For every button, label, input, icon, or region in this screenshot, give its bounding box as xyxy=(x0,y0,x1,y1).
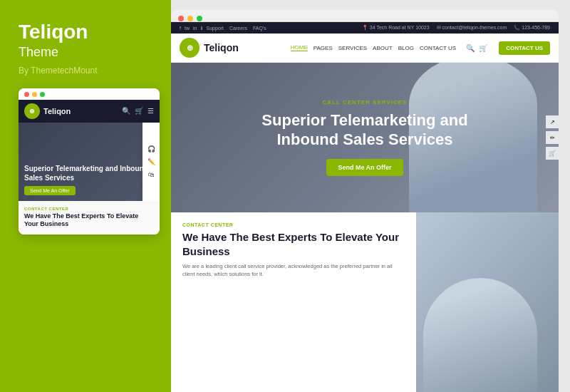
mobile-top-bar xyxy=(19,88,160,100)
mobile-bottom: CONTACT CENTER We Have The Best Experts … xyxy=(19,201,160,234)
hero-content: CALL CENTER SERVICES Superior Telemarket… xyxy=(229,99,500,176)
theme-author: By ThemetechMount xyxy=(19,66,157,76)
browser-dot-yellow xyxy=(187,16,193,21)
facebook-icon[interactable]: f xyxy=(180,26,181,31)
menu-contact[interactable]: CONTACT US xyxy=(420,45,456,51)
mobile-dot-red xyxy=(24,92,29,97)
mobile-logo: ⊕ Teliqon xyxy=(24,103,71,119)
mobile-mockup: ⊕ Teliqon 🔍 🛒 ☰ Superior Telemarketing a… xyxy=(19,88,160,234)
browser-dot-green xyxy=(197,16,202,21)
right-panel: f tw in li Support Careers FAQ's 📍 34 Te… xyxy=(171,0,570,392)
website-menu: HOME PAGES SERVICES ABOUT BLOG CONTACT U… xyxy=(291,41,550,55)
nav-cart-icon[interactable]: 🛒 xyxy=(479,44,487,52)
support-link[interactable]: Support xyxy=(207,26,224,31)
hero-title: Superior Telemarketing and Inbound Sales… xyxy=(229,111,500,149)
twitter-icon[interactable]: tw xyxy=(185,26,190,31)
hero-cta-button[interactable]: Send Me An Offer xyxy=(326,159,403,176)
mobile-dot-yellow xyxy=(32,92,37,97)
menu-services[interactable]: SERVICES xyxy=(338,45,367,51)
contact-label: CONTACT CENTER xyxy=(182,222,405,227)
left-panel: Teliqon Theme By ThemetechMount ⊕ Teliqo… xyxy=(0,0,171,392)
linkedin-icon[interactable]: li xyxy=(200,26,202,31)
mobile-dot-green xyxy=(40,92,45,97)
menu-home[interactable]: HOME xyxy=(291,44,308,51)
hero-share-icon[interactable]: ↗ xyxy=(546,115,559,128)
careers-link[interactable]: Careers xyxy=(229,26,247,31)
mobile-nav: ⊕ Teliqon 🔍 🛒 ☰ xyxy=(19,100,160,123)
website-hero: CALL CENTER SERVICES Superior Telemarket… xyxy=(171,63,559,212)
website-logo: ⊕ Teliqon xyxy=(180,38,239,58)
instagram-icon[interactable]: in xyxy=(193,26,197,31)
mobile-hero-title: Superior Telemarketing and Inbound Sales… xyxy=(24,164,154,182)
contact-desc: We are a leading client call service pro… xyxy=(182,262,405,279)
mobile-logo-text: Teliqon xyxy=(43,107,71,115)
browser-chrome xyxy=(171,10,559,22)
website-nav: ⊕ Teliqon HOME PAGES SERVICES ABOUT BLOG… xyxy=(171,33,559,63)
contact-title: We Have The Best Experts To Elevate Your… xyxy=(182,230,405,258)
mobile-contact-label: CONTACT CENTER xyxy=(24,207,154,211)
mobile-hero: Superior Telemarketing and Inbound Sales… xyxy=(19,123,160,201)
mobile-nav-icons: 🔍 🛒 ☰ xyxy=(122,107,154,115)
mobile-hero-button[interactable]: Send Me An Offer xyxy=(24,186,76,195)
theme-title: Teliqon Theme By ThemetechMount xyxy=(19,21,157,76)
nav-icons: 🔍 🛒 xyxy=(466,44,487,52)
mobile-hero-content: Superior Telemarketing and Inbound Sales… xyxy=(24,164,154,195)
right-person-image xyxy=(416,212,559,392)
menu-about[interactable]: ABOUT xyxy=(373,45,393,51)
mobile-menu-icon[interactable]: ☰ xyxy=(147,107,154,115)
right-person-shape xyxy=(423,278,537,392)
hero-category: CALL CENTER SERVICES xyxy=(229,99,500,105)
mobile-headset-icon[interactable]: 🎧 xyxy=(147,145,155,153)
mobile-edit-icon[interactable]: ✏️ xyxy=(147,158,155,165)
mobile-side-panel: 🎧 ✏️ 🛍 xyxy=(142,123,160,201)
menu-pages[interactable]: PAGES xyxy=(314,45,333,51)
theme-name: Teliqon xyxy=(19,21,157,43)
menu-blog[interactable]: BLOG xyxy=(398,45,414,51)
bottom-left: CONTACT CENTER We Have The Best Experts … xyxy=(171,212,416,392)
website-bottom: CONTACT CENTER We Have The Best Experts … xyxy=(171,212,559,392)
topbar-socials: f tw in li Support Careers FAQ's xyxy=(180,26,266,31)
mobile-bag-icon[interactable]: 🛍 xyxy=(148,171,155,178)
theme-subtitle: Theme xyxy=(19,45,157,60)
mobile-search-icon[interactable]: 🔍 xyxy=(122,107,130,115)
website-logo-text: Teliqon xyxy=(204,42,239,53)
website-logo-icon: ⊕ xyxy=(180,38,200,58)
faq-link[interactable]: FAQ's xyxy=(253,26,266,31)
topbar-address: 📍 34 Tech Road at NY 10023 xyxy=(362,25,430,31)
topbar-phone: 📞 123-456-789 xyxy=(514,25,550,31)
website-container: f tw in li Support Careers FAQ's 📍 34 Te… xyxy=(171,22,559,392)
bottom-right-image xyxy=(416,212,559,392)
topbar-info: 📍 34 Tech Road at NY 10023 ✉ contact@tel… xyxy=(362,25,550,31)
browser-dot-red xyxy=(178,16,184,21)
topbar-links: Support Careers FAQ's xyxy=(207,26,266,31)
hero-side-buttons: ↗ ✏ 🛒 xyxy=(546,115,559,160)
website-topbar: f tw in li Support Careers FAQ's 📍 34 Te… xyxy=(171,22,559,33)
topbar-email: ✉ contact@teliqon-themes.com xyxy=(437,25,507,31)
hero-edit-icon[interactable]: ✏ xyxy=(546,131,559,144)
nav-cta-button[interactable]: CONTACT US xyxy=(499,41,550,55)
nav-search-icon[interactable]: 🔍 xyxy=(466,44,475,52)
mobile-logo-icon: ⊕ xyxy=(24,103,40,119)
mobile-contact-title: We Have The Best Experts To Elevate Your… xyxy=(24,212,154,229)
mobile-cart-icon[interactable]: 🛒 xyxy=(135,107,143,115)
hero-shop-icon[interactable]: 🛒 xyxy=(546,147,559,160)
